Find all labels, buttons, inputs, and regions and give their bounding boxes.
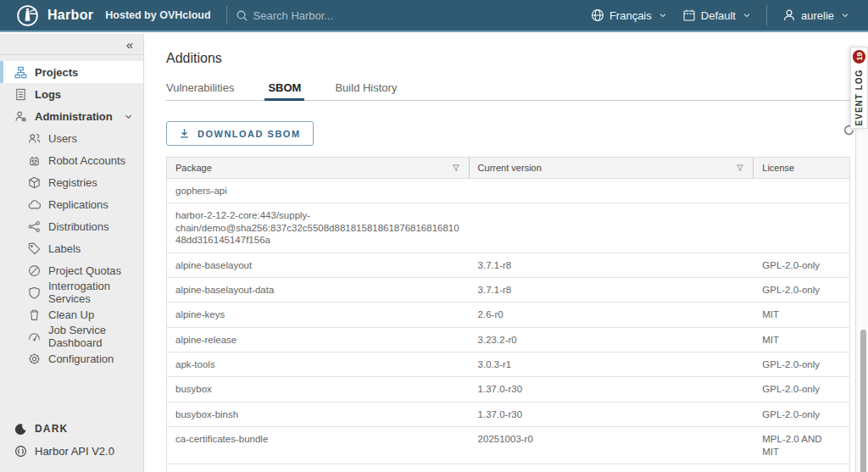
license-cell: GPL-2.0-only	[754, 403, 849, 426]
sidebar-item-projects[interactable]: Projects	[0, 61, 143, 83]
sidebar-subitem[interactable]: Job Service Dashboard	[0, 325, 143, 347]
package-cell: busybox-binsh	[167, 403, 470, 426]
filter-icon[interactable]	[452, 164, 460, 172]
sidebar-item-label: Logs	[35, 88, 61, 101]
sidebar-subitem[interactable]: Users	[0, 127, 143, 149]
sidebar-subitem-label: Distributions	[48, 220, 109, 233]
sidebar-item-label: Administration	[35, 110, 113, 123]
app-header: Harbor Hosted by OVHcloud Français	[0, 0, 868, 32]
sidebar-subitem-label: Replications	[48, 198, 108, 211]
language-selector[interactable]: Français	[591, 8, 667, 22]
license-cell	[754, 179, 849, 203]
package-cell: alpine-release	[167, 328, 470, 352]
license-cell: GPL-2.0-only	[754, 278, 849, 302]
package-cell: busybox	[167, 377, 470, 401]
table-body: gophers-api harbor-2-12-2-core:443/suppl…	[167, 179, 849, 472]
dashboard-icon	[28, 330, 41, 343]
sidebar-subitem[interactable]: Project Quotas	[0, 259, 143, 281]
version-cell: 1.37.0-r30	[470, 377, 754, 401]
robot-icon	[28, 154, 41, 167]
collapse-sidebar-icon[interactable]: «	[126, 38, 133, 51]
harbor-api-label: Harbor API V2.0	[35, 445, 114, 458]
replication-icon	[28, 198, 41, 211]
table-row[interactable]: gophers-api	[167, 179, 849, 203]
sidebar-subitem[interactable]: Replications	[0, 193, 143, 215]
hosted-by-label: Hosted by OVHcloud	[105, 9, 210, 21]
table-header: Package Current version License	[167, 158, 849, 179]
sidebar-subitem-label: Project Quotas	[48, 264, 121, 277]
version-cell: 3.0.3-r1	[470, 353, 754, 376]
table-row[interactable]: alpine-baselayout 3.7.1-r8 GPL-2.0-only	[167, 253, 849, 278]
table-row[interactable]: harbor-2-12-2-core:443/supply-chain/demo…	[167, 203, 849, 253]
vertical-scrollbar[interactable]	[860, 330, 866, 472]
table-row[interactable]: alpine-release 3.23.2-r0 MIT	[167, 328, 849, 353]
tab[interactable]: Build History	[335, 78, 397, 100]
table-row[interactable]: alpine-keys 2.6-r0 MIT	[167, 303, 849, 327]
table-row[interactable]: busybox 1.37.0-r30 GPL-2.0-only	[167, 377, 849, 402]
language-label: Français	[609, 9, 652, 22]
license-cell: MPL-2.0 AND MIT	[754, 427, 849, 464]
sbom-table: Package Current version License gophers-…	[166, 157, 850, 472]
sidebar-subitem-label: Configuration	[48, 353, 114, 365]
search-icon	[236, 9, 248, 22]
additions-tabs: Vulnerabilities SBOM Build History	[166, 78, 850, 101]
sidebar-subitem[interactable]: Interrogation Services	[0, 281, 143, 303]
sidebar-subitem-label: Robot Accounts	[48, 154, 125, 167]
sidebar-subitem[interactable]: Distributions	[0, 215, 143, 237]
sidebar-subitem[interactable]: Labels	[0, 237, 143, 259]
user-menu[interactable]: aurelie	[782, 8, 849, 22]
dark-mode-toggle[interactable]: DARK	[0, 418, 143, 440]
download-icon	[179, 128, 190, 139]
harbor-api-link[interactable]: Harbor API V2.0	[0, 440, 143, 462]
license-cell: GPL-2.0-only	[754, 253, 849, 277]
chevron-down-icon	[841, 11, 849, 19]
chevron-down-icon	[743, 11, 751, 19]
search-input[interactable]	[253, 9, 440, 22]
version-cell: 20251003-r0	[470, 427, 754, 464]
main-content: Additions Vulnerabilities SBOM Build His…	[144, 34, 868, 472]
license-cell: NOASSERTION	[754, 464, 849, 472]
table-row[interactable]: apk-tools 3.0.3-r1 GPL-2.0-only	[167, 353, 849, 377]
tag-icon	[28, 242, 41, 255]
gear-icon	[28, 353, 41, 365]
theme-selector[interactable]: Default	[682, 8, 751, 22]
users-icon	[28, 132, 41, 145]
administrator-icon	[14, 110, 27, 123]
sidebar-subitem-label: Interrogation Services	[48, 280, 143, 305]
column-header-package: Package	[167, 158, 470, 178]
list-icon	[14, 88, 27, 101]
download-sbom-button[interactable]: DOWNLOAD SBOM	[166, 121, 314, 146]
license-cell: GPL-2.0-only	[754, 377, 849, 401]
chevron-down-icon	[124, 112, 133, 121]
username-label: aurelie	[801, 9, 834, 22]
header-divider	[226, 6, 227, 25]
sidebar-subitem[interactable]: Configuration	[0, 347, 143, 369]
global-search[interactable]	[236, 9, 440, 22]
table-row[interactable]: alpine-baselayout-data 3.7.1-r8 GPL-2.0-…	[167, 278, 849, 303]
tab[interactable]: SBOM	[268, 78, 301, 100]
license-cell: MIT	[754, 303, 849, 326]
table-row[interactable]: github.com/asaskevich/govalidator v0.0.0…	[167, 464, 849, 472]
version-cell: 3.7.1-r8	[470, 253, 754, 277]
sidebar-subitem-label: Clean Up	[48, 308, 94, 321]
package-cell: ca-certificates-bundle	[167, 427, 470, 464]
event-log-tab[interactable]: EVENT LOG 19	[850, 47, 868, 129]
sidebar-subitem[interactable]: Clean Up	[0, 303, 143, 325]
package-cell: github.com/asaskevich/govalidator	[167, 464, 470, 472]
table-row[interactable]: ca-certificates-bundle 20251003-r0 MPL-2…	[167, 427, 849, 464]
administration-submenu: Users Robot Accounts Registries Replicat…	[0, 127, 143, 369]
package-cell: gophers-api	[167, 179, 470, 203]
sidebar-subitem[interactable]: Registries	[0, 171, 143, 193]
tab[interactable]: Vulnerabilities	[166, 78, 234, 100]
calendar-icon	[682, 8, 696, 22]
package-cell: alpine-baselayout-data	[167, 278, 470, 302]
right-rail	[855, 129, 868, 472]
package-cell: alpine-keys	[167, 303, 470, 326]
sidebar-subitem[interactable]: Robot Accounts	[0, 149, 143, 171]
sidebar-subitem-label: Users	[48, 132, 77, 145]
filter-icon[interactable]	[736, 164, 744, 172]
sidebar-item-administration[interactable]: Administration	[0, 105, 143, 127]
sidebar-item-logs[interactable]: Logs	[0, 83, 143, 105]
api-icon	[14, 445, 27, 458]
table-row[interactable]: busybox-binsh 1.37.0-r30 GPL-2.0-only	[167, 403, 849, 427]
